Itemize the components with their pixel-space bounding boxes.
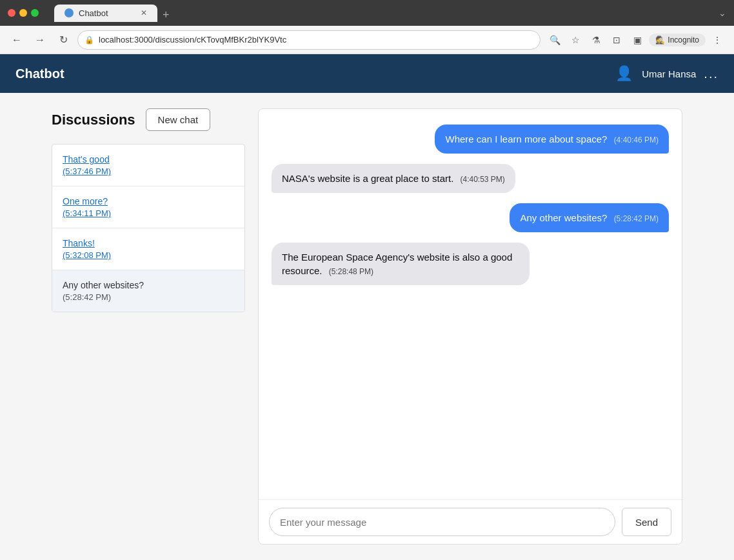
message-row: The European Space Agency's website is a… — [272, 243, 669, 285]
input-area: Send — [259, 499, 682, 544]
chat-item-title[interactable]: One more? — [63, 196, 108, 206]
message-row: Where can I learn more about space? (4:4… — [272, 125, 669, 154]
chat-item-plain-time: (5:28:42 PM) — [63, 292, 111, 302]
message-row: NASA's website is a great place to start… — [272, 164, 669, 193]
address-bar[interactable]: 🔒 localhost:3000/discussion/cKTovqMfBKr2… — [77, 30, 541, 50]
browser-chrome: Chatbot ✕ + ⌄ ← → ↻ 🔒 localhost:3000/dis… — [0, 0, 734, 54]
user-area: 👤 Umar Hansa ... — [613, 63, 719, 84]
new-chat-button[interactable]: New chat — [146, 108, 211, 131]
header-more-button[interactable]: ... — [704, 66, 719, 81]
tab-close-button[interactable]: ✕ — [141, 8, 147, 17]
browser-toolbar: ← → ↻ 🔒 localhost:3000/discussion/cKTovq… — [0, 26, 734, 54]
message-text: The European Space Agency's website is a… — [282, 252, 512, 276]
chat-item-plain-title: Any other websites? — [63, 280, 144, 290]
refresh-button[interactable]: ↻ — [54, 31, 72, 49]
toolbar-actions: 🔍 ☆ ⚗ ⊡ ▣ 🕵 Incognito ⋮ — [546, 31, 726, 49]
maximize-traffic-light[interactable] — [31, 9, 39, 17]
tab-bar: Chatbot ✕ + — [54, 5, 713, 22]
list-item[interactable]: Any other websites? (5:28:42 PM) — [52, 270, 244, 312]
chat-item-title[interactable]: That's good — [63, 154, 110, 165]
discussions-title: Discussions — [52, 112, 135, 128]
user-name: Umar Hansa — [642, 68, 696, 79]
forward-button[interactable]: → — [31, 31, 49, 49]
list-item[interactable]: One more? (5:34:11 PM) — [52, 186, 244, 228]
message-time: (5:28:42 PM) — [614, 214, 659, 223]
message-text: NASA's website is a great place to start… — [282, 173, 453, 184]
lock-icon: 🔒 — [84, 35, 94, 45]
tab-title: Chatbot — [79, 8, 108, 18]
chat-item-title[interactable]: Thanks! — [63, 238, 95, 248]
user-avatar-icon: 👤 — [613, 63, 634, 84]
message-bubble-bot: NASA's website is a great place to start… — [272, 164, 515, 193]
send-button[interactable]: Send — [622, 508, 671, 536]
message-bubble-user: Where can I learn more about space? (4:4… — [435, 125, 669, 154]
tab-favicon — [64, 8, 74, 17]
search-icon-btn[interactable]: 🔍 — [546, 31, 564, 49]
incognito-label: Incognito — [668, 35, 699, 45]
cast-icon-btn[interactable]: ⊡ — [608, 31, 626, 49]
window-controls-icon: ⌄ — [719, 8, 726, 18]
chat-item-time: (5:34:11 PM) — [63, 208, 111, 218]
address-text: localhost:3000/discussion/cKTovqMfBKr2bl… — [99, 35, 286, 45]
incognito-badge: 🕵 Incognito — [649, 34, 706, 46]
minimize-traffic-light[interactable] — [19, 9, 27, 17]
new-tab-button[interactable]: + — [163, 8, 170, 22]
message-text: Any other websites? — [520, 212, 607, 223]
sidebar: Discussions New chat That's good (5:37:4… — [52, 108, 245, 545]
close-traffic-light[interactable] — [8, 9, 15, 17]
menu-button[interactable]: ⋮ — [708, 31, 726, 49]
chat-area: Where can I learn more about space? (4:4… — [258, 108, 682, 545]
message-time: (4:40:53 PM) — [461, 175, 505, 184]
sidebar-header: Discussions New chat — [52, 108, 245, 131]
labs-icon-btn[interactable]: ⚗ — [587, 31, 605, 49]
message-time: (4:40:46 PM) — [614, 135, 659, 145]
chat-list: That's good (5:37:46 PM) One more? (5:34… — [52, 144, 245, 312]
title-bar: Chatbot ✕ + ⌄ — [0, 0, 734, 26]
message-input[interactable] — [269, 508, 615, 536]
active-tab[interactable]: Chatbot ✕ — [54, 5, 157, 22]
list-item[interactable]: That's good (5:37:46 PM) — [52, 145, 244, 186]
split-view-btn[interactable]: ▣ — [628, 31, 646, 49]
app-header: Chatbot 👤 Umar Hansa ... — [0, 54, 734, 93]
main-content: Discussions New chat That's good (5:37:4… — [0, 93, 734, 560]
back-button[interactable]: ← — [8, 31, 26, 49]
list-item[interactable]: Thanks! (5:32:08 PM) — [52, 228, 244, 270]
messages-container: Where can I learn more about space? (4:4… — [259, 109, 682, 499]
message-time: (5:28:48 PM) — [329, 267, 373, 276]
message-text: Where can I learn more about space? — [445, 134, 607, 145]
bookmark-icon-btn[interactable]: ☆ — [566, 31, 584, 49]
app-title: Chatbot — [15, 66, 64, 81]
chat-item-time: (5:32:08 PM) — [63, 250, 111, 260]
message-bubble-user: Any other websites? (5:28:42 PM) — [510, 203, 669, 232]
message-bubble-bot: The European Space Agency's website is a… — [272, 243, 530, 285]
traffic-lights — [8, 9, 39, 17]
chat-item-time: (5:37:46 PM) — [63, 166, 111, 176]
message-row: Any other websites? (5:28:42 PM) — [272, 203, 669, 232]
incognito-icon: 🕵 — [655, 35, 665, 45]
